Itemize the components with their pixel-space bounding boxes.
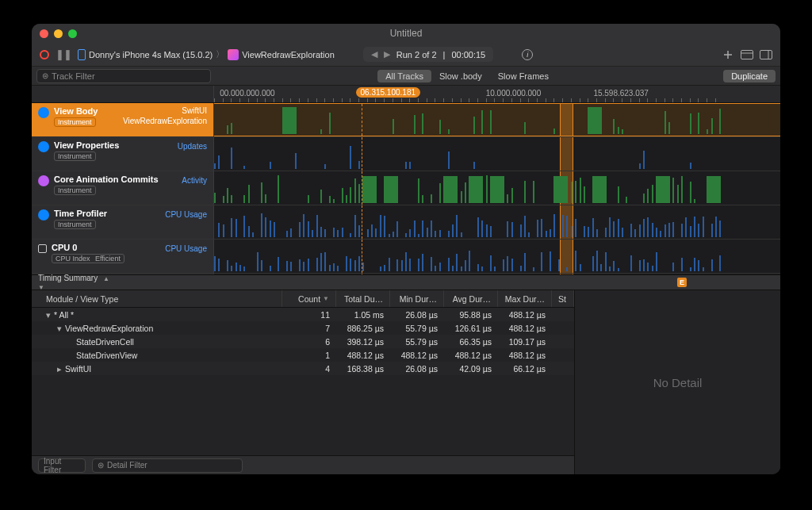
- pause-button[interactable]: ❚❚: [56, 48, 71, 60]
- device-name: Donny's iPhone 4s Max (15.0.2): [89, 50, 213, 59]
- detail-filter[interactable]: ⊜ Detail Filter: [92, 458, 243, 473]
- filter-icon: ⊜: [42, 71, 48, 80]
- minimize-icon[interactable]: [54, 29, 63, 38]
- table-body[interactable]: ▾* All *111.05 ms26.08 µs95.88 µs488.12 …: [32, 308, 574, 455]
- th-total[interactable]: Total Du…: [336, 290, 390, 307]
- extended-detail-badge[interactable]: E: [677, 278, 687, 287]
- track-graph[interactable]: [214, 205, 780, 239]
- track-type-icon: [38, 244, 47, 253]
- track-row[interactable]: View PropertiesInstrumentUpdates: [32, 137, 780, 171]
- filter-bar: ⊜ Track Filter All Tracks Slow .body Slo…: [32, 67, 780, 86]
- track-subtitle: SwiftUIViewRedrawExploration: [123, 106, 207, 125]
- info-icon[interactable]: i: [522, 49, 533, 60]
- toolbar: ❚❚ Donny's iPhone 4s Max (15.0.2) 〉 View…: [32, 43, 780, 67]
- track-head[interactable]: View PropertiesInstrumentUpdates: [32, 137, 214, 171]
- record-button[interactable]: [40, 50, 49, 59]
- track-row[interactable]: View BodyInstrumentSwiftUIViewRedrawExpl…: [32, 103, 780, 137]
- disclosure-icon[interactable]: ▸: [57, 364, 63, 374]
- track-head[interactable]: CPU 1: [32, 274, 214, 274]
- table-row[interactable]: StateDrivenView1488.12 µs488.12 µs488.12…: [32, 348, 574, 362]
- cell-max: 109.17 µs: [498, 337, 552, 347]
- time-ruler[interactable]: 00.000.000.00010.000.000.00015.598.623.0…: [32, 86, 780, 103]
- window-title: Untitled: [32, 28, 780, 39]
- track-subtitle: CPU Usage: [165, 209, 207, 219]
- th-module[interactable]: Module / View Type: [32, 290, 282, 307]
- th-min[interactable]: Min Dur…: [390, 290, 444, 307]
- tab-slow-frames[interactable]: Slow Frames: [490, 70, 557, 82]
- track-row[interactable]: CPU 1: [32, 274, 780, 274]
- add-button[interactable]: [722, 48, 734, 61]
- track-graph[interactable]: [214, 240, 780, 273]
- track-row[interactable]: CPU 0CPU Index EfficientCPU Usage: [32, 240, 780, 274]
- table-header: Module / View Type Count▼ Total Du… Min …: [32, 290, 574, 308]
- disclosure-icon[interactable]: ▾: [46, 310, 52, 320]
- run-selector[interactable]: ◀ ▶ Run 2 of 2 | 00:00:15: [363, 47, 493, 62]
- panels-icon[interactable]: [760, 48, 772, 61]
- filter-icon: ⊜: [98, 461, 104, 470]
- track-graph[interactable]: [214, 171, 780, 205]
- track-head[interactable]: Time ProfilerInstrumentCPU Usage: [32, 205, 214, 239]
- no-detail-panel: No Detail: [574, 290, 780, 474]
- th-count[interactable]: Count▼: [282, 290, 336, 307]
- track-head[interactable]: Core Animation CommitsInstrumentActivity: [32, 171, 214, 205]
- track-row[interactable]: Time ProfilerInstrumentCPU Usage: [32, 205, 780, 240]
- track-graph[interactable]: [214, 137, 780, 171]
- summary-mode-button[interactable]: Timing Summary ▲▼: [38, 274, 109, 291]
- app-icon: [228, 49, 239, 60]
- duplicate-button[interactable]: Duplicate: [723, 70, 776, 82]
- track-subtitle: Activity: [182, 174, 207, 185]
- track-type-icon: [38, 175, 49, 186]
- input-filter[interactable]: Input Filter: [38, 458, 86, 473]
- th-max[interactable]: Max Dur…: [498, 290, 552, 307]
- instruments-window: Untitled ❚❚ Donny's iPhone 4s Max (15.0.…: [32, 24, 780, 474]
- track-graph[interactable]: [214, 274, 780, 274]
- prev-run-button[interactable]: ◀: [371, 49, 377, 59]
- th-st[interactable]: St: [552, 290, 574, 307]
- track-head[interactable]: CPU 0CPU Index EfficientCPU Usage: [32, 240, 214, 273]
- track-filter-input[interactable]: ⊜ Track Filter: [36, 69, 211, 83]
- cell-total: 488.12 µs: [336, 351, 390, 360]
- close-icon[interactable]: [40, 29, 48, 38]
- zoom-icon[interactable]: [68, 29, 77, 38]
- instrument-badge: Instrument: [54, 220, 96, 229]
- cell-avg: 42.09 µs: [444, 364, 498, 374]
- cell-min: 55.79 µs: [390, 337, 444, 347]
- cell-avg: 66.35 µs: [444, 337, 498, 347]
- svg-rect-0: [741, 50, 753, 59]
- run-label: Run 2 of 2: [396, 50, 437, 59]
- traffic-lights: [40, 29, 77, 38]
- table-row[interactable]: ▾ViewRedrawExploration7886.25 µs55.79 µs…: [32, 321, 574, 335]
- cell-avg: 488.12 µs: [444, 351, 498, 360]
- tab-slow-body[interactable]: Slow .body: [431, 70, 490, 82]
- track-subtitle: CPU Usage: [165, 243, 207, 253]
- track-graph[interactable]: [214, 103, 780, 136]
- library-icon[interactable]: [741, 48, 753, 61]
- track-head[interactable]: View BodyInstrumentSwiftUIViewRedrawExpl…: [32, 103, 214, 136]
- cell-max: 66.12 µs: [498, 364, 552, 374]
- tracks-container: View BodyInstrumentSwiftUIViewRedrawExpl…: [32, 103, 780, 274]
- cell-count: 11: [282, 310, 336, 320]
- summary-bar: Timing Summary ▲▼ E: [32, 274, 780, 290]
- instrument-badge: CPU Index Efficient: [52, 254, 124, 263]
- disclosure-icon[interactable]: ▾: [57, 324, 63, 333]
- instrument-badge: Instrument: [54, 151, 96, 161]
- cell-max: 488.12 µs: [498, 351, 552, 360]
- table-row[interactable]: ▾* All *111.05 ms26.08 µs95.88 µs488.12 …: [32, 308, 574, 321]
- track-type-icon: [38, 107, 49, 118]
- tab-all-tracks[interactable]: All Tracks: [377, 70, 431, 82]
- playhead-marker[interactable]: 06.315.100.181: [356, 87, 421, 98]
- titlebar: Untitled: [32, 24, 780, 43]
- track-row[interactable]: Core Animation CommitsInstrumentActivity: [32, 171, 780, 205]
- track-type-icon: [38, 209, 49, 220]
- run-time: 00:00:15: [451, 50, 485, 59]
- table-row[interactable]: ▸SwiftUI4168.38 µs26.08 µs42.09 µs66.12 …: [32, 362, 574, 375]
- table-row[interactable]: StateDrivenCell6398.12 µs55.79 µs66.35 µ…: [32, 335, 574, 348]
- summary-table: Module / View Type Count▼ Total Du… Min …: [32, 290, 574, 474]
- target-breadcrumb[interactable]: Donny's iPhone 4s Max (15.0.2) 〉 ViewRed…: [78, 48, 335, 60]
- ruler-mark: 10.000.000.000: [486, 89, 542, 98]
- next-run-button[interactable]: ▶: [384, 49, 390, 59]
- cell-total: 1.05 ms: [336, 310, 390, 320]
- track-subtitle: Updates: [178, 140, 207, 151]
- th-avg[interactable]: Avg Dur…: [444, 290, 498, 307]
- cell-count: 4: [282, 364, 336, 374]
